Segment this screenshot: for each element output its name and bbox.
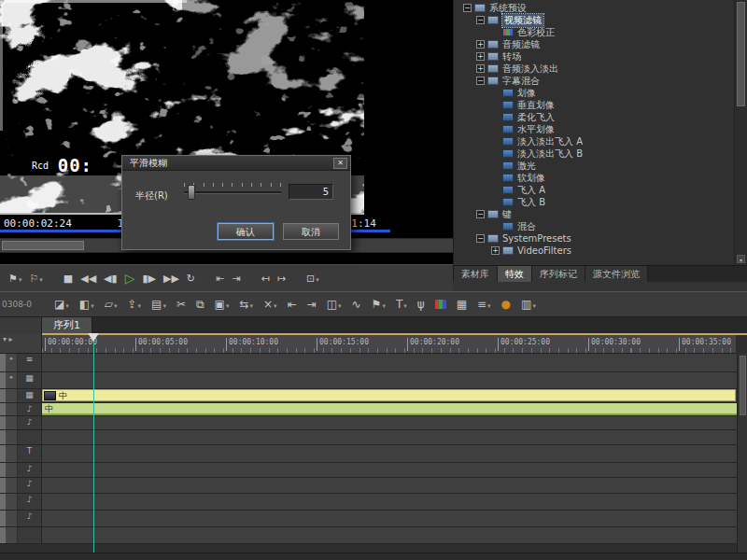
track-left-strip[interactable] bbox=[0, 372, 7, 388]
mark-in-flag-button[interactable]: ⚑▾ bbox=[6, 272, 24, 286]
ok-button[interactable]: 确认 bbox=[218, 223, 274, 240]
tree-item-SystemPresets[interactable]: −SystemPresets bbox=[454, 232, 734, 245]
track-content[interactable] bbox=[42, 511, 747, 526]
color-bars-button[interactable] bbox=[431, 298, 450, 311]
track-content[interactable] bbox=[42, 430, 747, 444]
panel-tab-特效[interactable]: 特效 bbox=[498, 266, 532, 282]
tree-item-键[interactable]: −键 bbox=[454, 208, 734, 220]
tree-item-字幕混合[interactable]: −字幕混合 bbox=[454, 75, 734, 87]
tree-item-飞入 A[interactable]: 飞入 A bbox=[454, 184, 734, 196]
track-content[interactable] bbox=[42, 416, 747, 429]
track-expand-icon[interactable] bbox=[7, 416, 18, 429]
tree-collapse-icon[interactable]: − bbox=[476, 234, 485, 243]
track-expand-icon[interactable] bbox=[7, 494, 18, 510]
step-forward-button[interactable]: ▮▶ bbox=[139, 272, 159, 286]
scroll-down-icon[interactable]: ▾ bbox=[737, 255, 745, 263]
track-speaker-icon[interactable]: ♪ bbox=[18, 478, 42, 493]
tree-item-水平划像[interactable]: 水平划像 bbox=[454, 123, 734, 135]
playhead-marker-icon[interactable] bbox=[88, 333, 99, 342]
timeline-vscrollbar-thumb[interactable] bbox=[740, 356, 746, 415]
tree-collapse-icon[interactable]: − bbox=[476, 210, 485, 218]
track-left-strip[interactable] bbox=[0, 527, 7, 543]
add-transition-button[interactable]: ◫▾ bbox=[323, 298, 345, 311]
tree-item-混合[interactable]: 混合 bbox=[454, 220, 734, 232]
playhead-line[interactable] bbox=[93, 333, 94, 553]
panel-tab-源文件浏览[interactable]: 源文件浏览 bbox=[585, 266, 648, 282]
panel-tab-序列标记[interactable]: 序列标记 bbox=[532, 266, 585, 282]
cancel-button[interactable]: 取消 bbox=[283, 223, 339, 240]
track-left-strip[interactable] bbox=[0, 354, 7, 371]
snap-button[interactable]: ∿ bbox=[348, 298, 365, 311]
goto-in-button[interactable]: ⇤ bbox=[213, 272, 227, 286]
track-speaker-icon[interactable]: ♪ bbox=[18, 403, 42, 415]
track-expand-icon[interactable]: ▸ bbox=[7, 372, 18, 388]
tree-item-软划像[interactable]: 软划像 bbox=[454, 172, 734, 184]
close-icon[interactable]: ✕ bbox=[333, 158, 347, 169]
play-button[interactable]: ▷ bbox=[122, 270, 138, 287]
voiceover-button[interactable]: ψ bbox=[414, 298, 429, 311]
tree-item-柔化飞入[interactable]: 柔化飞入 bbox=[454, 111, 734, 123]
track-blank-icon[interactable] bbox=[18, 527, 42, 543]
track-speaker-icon[interactable]: ♪ bbox=[18, 463, 42, 477]
save-project-button[interactable]: ▤▾ bbox=[148, 298, 170, 311]
track-film-icon[interactable]: ▦ bbox=[18, 372, 42, 388]
timeline-clip[interactable]: 中 bbox=[42, 389, 736, 401]
tree-item-飞入 B[interactable]: 飞入 B bbox=[454, 196, 734, 208]
next-edit-point-button[interactable]: ↦ bbox=[275, 272, 289, 286]
effects-scrollbar-thumb[interactable] bbox=[737, 2, 745, 106]
track-grid-icon[interactable]: ≡ bbox=[18, 354, 42, 371]
track-left-strip[interactable] bbox=[0, 403, 7, 415]
preview-scrollbar-thumb[interactable] bbox=[2, 241, 84, 250]
radius-slider[interactable] bbox=[184, 191, 281, 194]
export-frame-button[interactable]: ⊡▾ bbox=[303, 272, 322, 286]
track-film-icon[interactable]: ▦ bbox=[18, 389, 42, 402]
stop-button[interactable]: ■ bbox=[61, 272, 76, 286]
audio-track-content[interactable]: 中 bbox=[42, 403, 747, 415]
timeline-ruler[interactable]: 00:00:00:0000:00:05:0000:00:10:0000:00:1… bbox=[42, 333, 736, 354]
track-expand-icon[interactable]: ▸ bbox=[7, 354, 18, 371]
track-title-icon[interactable]: T bbox=[18, 445, 42, 462]
mixer-button[interactable]: ≡▾ bbox=[473, 298, 495, 311]
goto-out-button[interactable]: ⇥ bbox=[229, 272, 243, 286]
track-expand-icon[interactable] bbox=[7, 511, 18, 526]
timeline-vscrollbar[interactable] bbox=[737, 354, 747, 553]
title-button[interactable]: T▾ bbox=[392, 298, 411, 311]
track-left-strip[interactable] bbox=[0, 463, 7, 477]
tree-item-淡入淡出飞入 A[interactable]: 淡入淡出飞入 A bbox=[454, 135, 734, 147]
loop-play-button[interactable]: ↻ bbox=[184, 272, 198, 286]
tree-collapse-icon[interactable]: − bbox=[463, 4, 472, 12]
tree-expand-icon[interactable]: + bbox=[476, 64, 485, 73]
tree-item-垂直划像[interactable]: 垂直划像 bbox=[454, 99, 734, 111]
track-content[interactable] bbox=[42, 527, 747, 543]
step-back-button[interactable]: ◀▮ bbox=[101, 272, 120, 286]
trim-end-button[interactable]: ⇥ bbox=[303, 298, 320, 311]
track-left-strip[interactable] bbox=[0, 389, 7, 402]
track-left-strip[interactable] bbox=[0, 445, 7, 462]
layout-button[interactable]: ▥▾ bbox=[517, 298, 540, 311]
cut-button[interactable]: ✂ bbox=[173, 298, 190, 311]
tree-item-淡入淡出飞入 B[interactable]: 淡入淡出飞入 B bbox=[454, 147, 734, 160]
track-expand-icon[interactable] bbox=[7, 463, 18, 477]
new-sequence-button[interactable]: ▱▾ bbox=[101, 298, 121, 311]
track-expand-icon[interactable] bbox=[7, 403, 18, 415]
prev-edit-point-button[interactable]: ↤ bbox=[259, 272, 273, 286]
tree-item-激光[interactable]: 激光 bbox=[454, 160, 734, 172]
sequence-tab[interactable]: 序列1 bbox=[42, 317, 92, 333]
tree-expand-icon[interactable]: + bbox=[476, 40, 485, 49]
transition-mode-button[interactable]: ◪▾ bbox=[50, 298, 73, 311]
tree-item-色彩校正[interactable]: 色彩校正 bbox=[454, 26, 734, 38]
export-button[interactable]: ⇪▾ bbox=[123, 298, 145, 311]
tree-item-音频淡入淡出[interactable]: +音频淡入淡出 bbox=[454, 63, 734, 75]
panel-tab-素材库[interactable]: 素材库 bbox=[454, 266, 498, 282]
tree-collapse-icon[interactable]: − bbox=[476, 77, 485, 85]
track-speaker-icon[interactable]: ♪ bbox=[18, 494, 42, 510]
tree-collapse-icon[interactable]: − bbox=[476, 16, 485, 24]
track-blank-icon[interactable] bbox=[18, 430, 42, 444]
track-expand-icon[interactable] bbox=[7, 478, 18, 493]
effects-scrollbar[interactable]: ▾ bbox=[734, 0, 747, 265]
delete-button[interactable]: ×▾ bbox=[260, 298, 281, 311]
track-content[interactable] bbox=[42, 445, 747, 462]
mark-out-flag-button[interactable]: ⚐▾ bbox=[26, 272, 45, 286]
waveform-button[interactable]: ▦ bbox=[453, 298, 471, 311]
track-speaker-icon[interactable]: ♪ bbox=[18, 511, 42, 526]
